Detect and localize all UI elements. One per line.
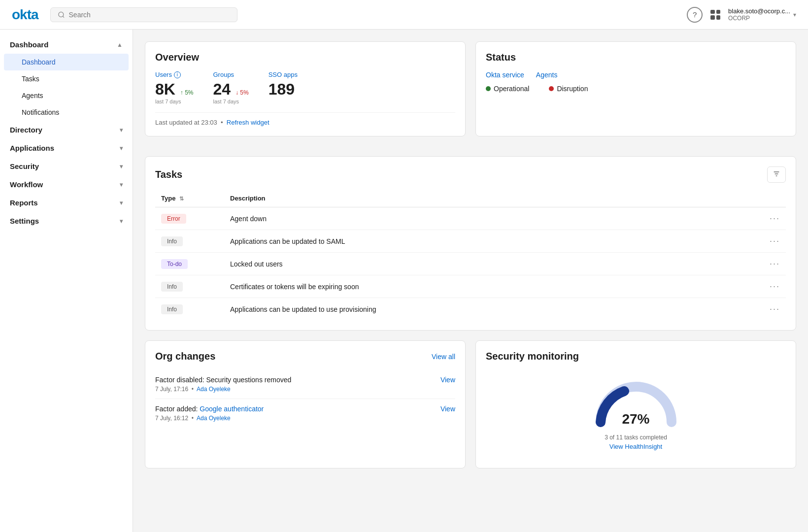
sidebar-group-security: Security ▾ — [0, 157, 133, 175]
task-type-badge: Info — [161, 282, 183, 292]
search-icon — [58, 11, 65, 19]
table-row: Info Certificates or tokens will be expi… — [155, 275, 786, 298]
metric-groups: Groups 24 ↓ 5% last 7 days — [213, 71, 248, 104]
user-menu[interactable]: blake.soto@ocorp.c... OCORP ▾ — [728, 7, 796, 22]
search-box[interactable] — [50, 7, 237, 22]
org-change-author-0[interactable]: Ada Oyeleke — [197, 386, 231, 393]
sidebar-item-tasks[interactable]: Tasks — [4, 70, 129, 87]
view-all-link[interactable]: View all — [432, 353, 455, 361]
org-change-meta-1: 7 July, 16:12 • Ada Oyeleke — [155, 415, 455, 422]
sidebar-group-header-reports[interactable]: Reports ▾ — [0, 194, 133, 212]
layout: Dashboard ▲ Dashboard Tasks Agents Notif… — [0, 0, 808, 532]
task-description: Agent down — [224, 207, 764, 230]
sidebar-group-settings: Settings ▾ — [0, 212, 133, 230]
view-health-insight-link[interactable]: View HealthInsight — [609, 443, 662, 450]
donut-container: 27% 3 of 11 tasks completed View HealthI… — [486, 370, 786, 458]
tasks-title: Tasks — [155, 169, 182, 180]
groups-change: ↓ 5% — [236, 89, 249, 96]
org-changes-card: Org changes View all Factor disabled: Se… — [145, 340, 466, 468]
chevron-down-icon-security: ▾ — [120, 163, 123, 170]
task-type-badge: Info — [161, 304, 183, 314]
refresh-widget-link[interactable]: Refresh widget — [227, 119, 269, 126]
security-monitoring-title: Security monitoring — [486, 351, 786, 362]
sidebar-group-directory: Directory ▾ — [0, 121, 133, 139]
sidebar-group-header-dashboard[interactable]: Dashboard ▲ — [0, 35, 133, 54]
tasks-table: Type ⇅ Description Error Agent down ··· … — [155, 191, 786, 320]
agents-link[interactable]: Agents — [536, 71, 558, 79]
org-changes-title: Org changes — [155, 351, 215, 362]
task-description: Applications can be updated to use provi… — [224, 298, 764, 321]
task-type-badge: Info — [161, 236, 183, 246]
users-period: last 7 days — [155, 99, 193, 104]
org-change-view-1[interactable]: View — [440, 405, 455, 413]
filter-icon — [773, 170, 780, 178]
topnav: okta ? blake.soto@ocorp.c... OCORP ▾ — [0, 0, 808, 30]
donut-text: 27% — [622, 411, 649, 427]
sidebar-group-header-directory[interactable]: Directory ▾ — [0, 121, 133, 139]
org-change-author-1[interactable]: Ada Oyeleke — [197, 415, 231, 422]
task-more-button[interactable]: ··· — [770, 281, 780, 291]
sidebar-group-applications: Applications ▾ — [0, 139, 133, 157]
user-org: OCORP — [728, 15, 790, 22]
org-change-desc-0: Factor disabled: Security questions remo… — [155, 376, 433, 384]
agents-status-label: Disruption — [557, 85, 588, 93]
apps-grid-icon[interactable] — [710, 10, 720, 20]
task-more-button[interactable]: ··· — [770, 259, 780, 268]
chevron-down-icon-workflow: ▾ — [120, 181, 123, 188]
okta-service-link[interactable]: Okta service — [486, 71, 524, 79]
status-row: Operational Disruption — [486, 85, 786, 93]
chevron-down-icon-reports: ▾ — [120, 200, 123, 206]
task-more-button[interactable]: ··· — [770, 304, 780, 314]
groups-period: last 7 days — [213, 99, 248, 104]
topnav-left: okta — [12, 7, 237, 23]
tasks-tbody: Error Agent down ··· Info Applications c… — [155, 207, 786, 321]
status-card: Status Okta service Agents Operational D… — [475, 41, 796, 136]
tasks-filter-button[interactable] — [767, 166, 786, 183]
org-change-view-0[interactable]: View — [440, 376, 455, 384]
svg-point-0 — [58, 12, 63, 17]
task-type-badge: Error — [161, 214, 186, 224]
overview-metrics: Users i 8K ↑ 5% last 7 days Groups 24 — [155, 71, 455, 104]
sidebar-group-reports: Reports ▾ — [0, 194, 133, 212]
donut-percent: 27% — [622, 411, 649, 427]
main-content: Overview Users i 8K ↑ 5% last 7 days — [133, 30, 808, 532]
task-type-badge: To-do — [161, 259, 188, 269]
sidebar: Dashboard ▲ Dashboard Tasks Agents Notif… — [0, 30, 133, 532]
metric-sso: SSO apps 189 — [269, 71, 298, 104]
col-type[interactable]: Type ⇅ — [155, 191, 224, 207]
tasks-header: Tasks — [155, 166, 786, 183]
svg-line-1 — [63, 16, 64, 17]
org-change-item-0: Factor disabled: Security questions remo… — [155, 370, 455, 399]
topnav-right: ? blake.soto@ocorp.c... OCORP ▾ — [687, 7, 796, 23]
sidebar-group-header-applications[interactable]: Applications ▾ — [0, 139, 133, 157]
service-status-label: Operational — [494, 85, 529, 93]
users-change: ↑ 5% — [180, 89, 194, 96]
sidebar-group-header-workflow[interactable]: Workflow ▾ — [0, 175, 133, 194]
service-status-item: Operational — [486, 85, 529, 93]
google-authenticator-link[interactable]: Google authenticator — [200, 405, 264, 413]
overview-card: Overview Users i 8K ↑ 5% last 7 days — [145, 41, 466, 136]
overview-title: Overview — [155, 52, 455, 63]
status-dot-green — [486, 86, 491, 91]
sidebar-group-header-settings[interactable]: Settings ▾ — [0, 212, 133, 230]
sidebar-item-agents[interactable]: Agents — [4, 87, 129, 104]
user-menu-chevron: ▾ — [793, 11, 796, 18]
help-icon[interactable]: ? — [687, 7, 703, 23]
sso-value: 189 — [269, 80, 295, 98]
org-change-desc-1: Factor added: Google authenticator — [155, 405, 433, 413]
sidebar-group-header-security[interactable]: Security ▾ — [0, 157, 133, 175]
donut-sub: 3 of 11 tasks completed — [605, 434, 667, 441]
sidebar-item-notifications[interactable]: Notifications — [4, 104, 129, 121]
table-row: Error Agent down ··· — [155, 207, 786, 230]
status-links: Okta service Agents — [486, 71, 786, 79]
sidebar-group-dashboard: Dashboard ▲ Dashboard Tasks Agents Notif… — [0, 35, 133, 121]
chevron-down-icon-settings: ▾ — [120, 218, 123, 225]
info-icon: i — [174, 71, 181, 78]
table-row: Info Applications can be updated to use … — [155, 298, 786, 321]
status-dot-red — [549, 86, 554, 91]
task-description: Applications can be updated to SAML — [224, 230, 764, 253]
sidebar-item-dashboard[interactable]: Dashboard — [4, 54, 129, 70]
search-input[interactable] — [69, 11, 230, 19]
task-more-button[interactable]: ··· — [770, 236, 780, 246]
task-more-button[interactable]: ··· — [770, 213, 780, 223]
